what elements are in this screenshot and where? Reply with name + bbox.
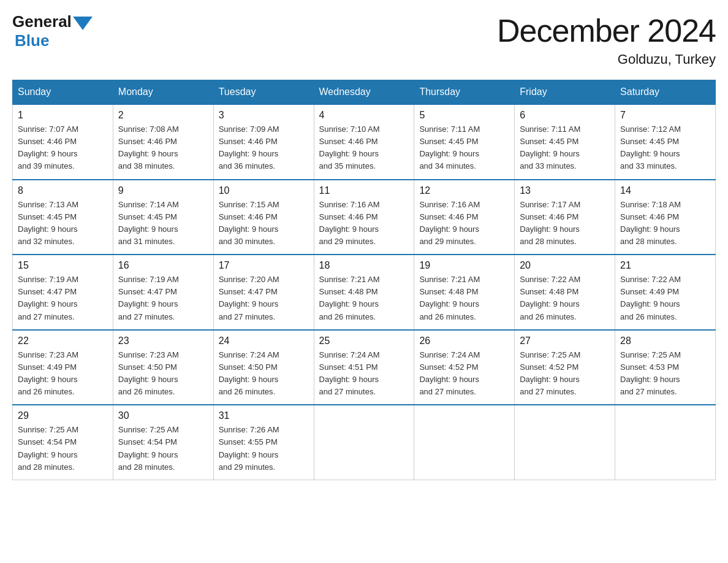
calendar-cell: 1 Sunrise: 7:07 AM Sunset: 4:46 PM Dayli… <box>13 104 113 180</box>
calendar-cell: 26 Sunrise: 7:24 AM Sunset: 4:52 PM Dayl… <box>414 330 515 405</box>
header-monday: Monday <box>113 80 213 105</box>
day-info: Sunrise: 7:20 AM Sunset: 4:47 PM Dayligh… <box>219 274 309 323</box>
calendar-cell: 6 Sunrise: 7:11 AM Sunset: 4:45 PM Dayli… <box>515 104 615 180</box>
day-number: 6 <box>520 110 610 121</box>
day-info: Sunrise: 7:14 AM Sunset: 4:45 PM Dayligh… <box>118 199 208 248</box>
day-info: Sunrise: 7:25 AM Sunset: 4:53 PM Dayligh… <box>620 349 710 399</box>
day-info: Sunrise: 7:22 AM Sunset: 4:49 PM Dayligh… <box>620 274 710 323</box>
day-number: 30 <box>118 410 208 421</box>
calendar-cell: 16 Sunrise: 7:19 AM Sunset: 4:47 PM Dayl… <box>113 255 213 330</box>
day-info: Sunrise: 7:23 AM Sunset: 4:50 PM Dayligh… <box>118 349 208 399</box>
calendar-cell: 12 Sunrise: 7:16 AM Sunset: 4:46 PM Dayl… <box>414 180 515 255</box>
day-number: 12 <box>419 185 509 196</box>
calendar-cell: 5 Sunrise: 7:11 AM Sunset: 4:45 PM Dayli… <box>414 104 515 180</box>
day-number: 1 <box>18 110 108 121</box>
calendar-cell <box>414 405 515 480</box>
header-saturday: Saturday <box>615 80 716 105</box>
day-number: 7 <box>620 110 710 121</box>
day-info: Sunrise: 7:13 AM Sunset: 4:45 PM Dayligh… <box>18 199 108 248</box>
logo: General Blue <box>12 12 94 50</box>
day-number: 8 <box>18 185 108 196</box>
calendar-week-row: 8 Sunrise: 7:13 AM Sunset: 4:45 PM Dayli… <box>13 180 716 255</box>
calendar-cell <box>615 405 716 480</box>
calendar-week-row: 15 Sunrise: 7:19 AM Sunset: 4:47 PM Dayl… <box>13 255 716 330</box>
calendar-cell <box>515 405 615 480</box>
calendar-week-row: 22 Sunrise: 7:23 AM Sunset: 4:49 PM Dayl… <box>13 330 716 405</box>
calendar-cell: 30 Sunrise: 7:25 AM Sunset: 4:54 PM Dayl… <box>113 405 213 480</box>
day-info: Sunrise: 7:17 AM Sunset: 4:46 PM Dayligh… <box>520 199 610 248</box>
day-info: Sunrise: 7:19 AM Sunset: 4:47 PM Dayligh… <box>118 274 208 323</box>
day-number: 31 <box>219 410 309 421</box>
day-info: Sunrise: 7:16 AM Sunset: 4:46 PM Dayligh… <box>419 199 509 248</box>
day-number: 24 <box>219 335 309 347</box>
title-area: December 2024 Golduzu, Turkey <box>497 12 716 67</box>
calendar-cell: 22 Sunrise: 7:23 AM Sunset: 4:49 PM Dayl… <box>13 330 113 405</box>
calendar-cell: 13 Sunrise: 7:17 AM Sunset: 4:46 PM Dayl… <box>515 180 615 255</box>
header-tuesday: Tuesday <box>213 80 314 105</box>
day-info: Sunrise: 7:11 AM Sunset: 4:45 PM Dayligh… <box>419 123 509 173</box>
calendar-cell: 15 Sunrise: 7:19 AM Sunset: 4:47 PM Dayl… <box>13 255 113 330</box>
day-info: Sunrise: 7:19 AM Sunset: 4:47 PM Dayligh… <box>18 274 108 323</box>
location: Golduzu, Turkey <box>497 52 716 67</box>
calendar-cell: 9 Sunrise: 7:14 AM Sunset: 4:45 PM Dayli… <box>113 180 213 255</box>
calendar-header-row: SundayMondayTuesdayWednesdayThursdayFrid… <box>13 80 716 105</box>
calendar-cell: 14 Sunrise: 7:18 AM Sunset: 4:46 PM Dayl… <box>615 180 716 255</box>
logo-triangle-icon <box>73 17 93 30</box>
day-info: Sunrise: 7:12 AM Sunset: 4:45 PM Dayligh… <box>620 123 710 173</box>
day-info: Sunrise: 7:15 AM Sunset: 4:46 PM Dayligh… <box>219 199 309 248</box>
day-info: Sunrise: 7:08 AM Sunset: 4:46 PM Dayligh… <box>118 123 208 173</box>
header-sunday: Sunday <box>13 80 113 105</box>
calendar-cell: 24 Sunrise: 7:24 AM Sunset: 4:50 PM Dayl… <box>213 330 314 405</box>
day-info: Sunrise: 7:07 AM Sunset: 4:46 PM Dayligh… <box>18 123 108 173</box>
calendar-cell: 25 Sunrise: 7:24 AM Sunset: 4:51 PM Dayl… <box>314 330 414 405</box>
calendar-cell: 29 Sunrise: 7:25 AM Sunset: 4:54 PM Dayl… <box>13 405 113 480</box>
day-info: Sunrise: 7:25 AM Sunset: 4:52 PM Dayligh… <box>520 349 610 399</box>
day-number: 14 <box>620 185 710 196</box>
day-number: 13 <box>520 185 610 196</box>
calendar-week-row: 29 Sunrise: 7:25 AM Sunset: 4:54 PM Dayl… <box>13 405 716 480</box>
calendar-cell: 10 Sunrise: 7:15 AM Sunset: 4:46 PM Dayl… <box>213 180 314 255</box>
calendar-cell: 18 Sunrise: 7:21 AM Sunset: 4:48 PM Dayl… <box>314 255 414 330</box>
day-number: 23 <box>118 335 208 347</box>
calendar-cell <box>314 405 414 480</box>
day-number: 20 <box>520 260 610 271</box>
calendar-cell: 7 Sunrise: 7:12 AM Sunset: 4:45 PM Dayli… <box>615 104 716 180</box>
day-info: Sunrise: 7:26 AM Sunset: 4:55 PM Dayligh… <box>219 424 309 473</box>
day-info: Sunrise: 7:16 AM Sunset: 4:46 PM Dayligh… <box>319 199 409 248</box>
day-info: Sunrise: 7:24 AM Sunset: 4:50 PM Dayligh… <box>219 349 309 399</box>
day-info: Sunrise: 7:11 AM Sunset: 4:45 PM Dayligh… <box>520 123 610 173</box>
calendar-cell: 2 Sunrise: 7:08 AM Sunset: 4:46 PM Dayli… <box>113 104 213 180</box>
day-number: 18 <box>319 260 409 271</box>
day-info: Sunrise: 7:24 AM Sunset: 4:51 PM Dayligh… <box>319 349 409 399</box>
day-number: 29 <box>18 410 108 421</box>
day-info: Sunrise: 7:21 AM Sunset: 4:48 PM Dayligh… <box>319 274 409 323</box>
day-number: 25 <box>319 335 409 347</box>
calendar-cell: 4 Sunrise: 7:10 AM Sunset: 4:46 PM Dayli… <box>314 104 414 180</box>
day-info: Sunrise: 7:09 AM Sunset: 4:46 PM Dayligh… <box>219 123 309 173</box>
day-number: 3 <box>219 110 309 121</box>
day-number: 5 <box>419 110 509 121</box>
calendar-week-row: 1 Sunrise: 7:07 AM Sunset: 4:46 PM Dayli… <box>13 104 716 180</box>
calendar-cell: 21 Sunrise: 7:22 AM Sunset: 4:49 PM Dayl… <box>615 255 716 330</box>
day-info: Sunrise: 7:22 AM Sunset: 4:48 PM Dayligh… <box>520 274 610 323</box>
calendar-cell: 11 Sunrise: 7:16 AM Sunset: 4:46 PM Dayl… <box>314 180 414 255</box>
day-number: 28 <box>620 335 710 347</box>
day-number: 19 <box>419 260 509 271</box>
month-title: December 2024 <box>497 12 716 49</box>
header-friday: Friday <box>515 80 615 105</box>
calendar-cell: 3 Sunrise: 7:09 AM Sunset: 4:46 PM Dayli… <box>213 104 314 180</box>
calendar-cell: 28 Sunrise: 7:25 AM Sunset: 4:53 PM Dayl… <box>615 330 716 405</box>
day-info: Sunrise: 7:25 AM Sunset: 4:54 PM Dayligh… <box>18 424 108 473</box>
day-info: Sunrise: 7:21 AM Sunset: 4:48 PM Dayligh… <box>419 274 509 323</box>
day-info: Sunrise: 7:23 AM Sunset: 4:49 PM Dayligh… <box>18 349 108 399</box>
day-number: 27 <box>520 335 610 347</box>
day-info: Sunrise: 7:24 AM Sunset: 4:52 PM Dayligh… <box>419 349 509 399</box>
header-thursday: Thursday <box>414 80 515 105</box>
day-number: 2 <box>118 110 208 121</box>
day-number: 11 <box>319 185 409 196</box>
calendar-cell: 31 Sunrise: 7:26 AM Sunset: 4:55 PM Dayl… <box>213 405 314 480</box>
day-number: 26 <box>419 335 509 347</box>
calendar-cell: 23 Sunrise: 7:23 AM Sunset: 4:50 PM Dayl… <box>113 330 213 405</box>
day-info: Sunrise: 7:18 AM Sunset: 4:46 PM Dayligh… <box>620 199 710 248</box>
logo-blue: Blue <box>15 31 49 50</box>
